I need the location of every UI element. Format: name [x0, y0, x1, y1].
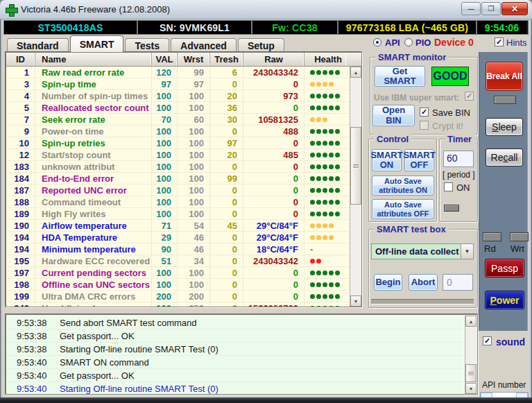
- maximize-button[interactable]: [481, 2, 501, 15]
- health-dot-icon: [329, 164, 334, 169]
- cell-wrst: 97: [178, 78, 210, 89]
- scroll-down-icon[interactable]: [465, 383, 477, 394]
- table-row[interactable]: 190Airflow temperature71544529°C/84°F: [6, 220, 361, 232]
- table-row[interactable]: 240Head flying hours10025301526680760: [6, 302, 361, 307]
- scroll-up-icon[interactable]: [465, 316, 477, 327]
- timer-on-checkbox[interactable]: [444, 182, 453, 191]
- cell-wrst: 100: [178, 267, 210, 278]
- table-row[interactable]: 198Offline scan UNC sectors10010000: [6, 279, 361, 291]
- column-header-health[interactable]: Health: [304, 53, 346, 66]
- table-row[interactable]: 5Reallocated sector count100100360: [6, 102, 361, 114]
- column-header-raw[interactable]: Raw: [243, 53, 304, 66]
- smart-monitor-title: SMART monitor: [375, 52, 449, 62]
- health-dot-icon: [323, 141, 327, 146]
- cell-id: 194: [6, 243, 35, 255]
- table-row[interactable]: 12Start/stop count10010020485: [6, 149, 361, 161]
- table-row[interactable]: 189High Fly writes10010000: [6, 208, 361, 220]
- api-radio[interactable]: [373, 38, 381, 46]
- smart-attributes-table: IDNameVALWrstTreshRawHealth 1Raw read er…: [6, 52, 362, 307]
- health-dots: [304, 232, 346, 243]
- health-dot-icon: [323, 94, 327, 98]
- scroll-up-icon[interactable]: [350, 67, 361, 78]
- close-button[interactable]: [501, 2, 528, 15]
- abort-button[interactable]: Abort: [409, 274, 438, 291]
- cell-raw: 0: [243, 102, 304, 113]
- health-dot-icon: [310, 200, 315, 205]
- health-dot-icon: [335, 306, 340, 307]
- health-dot-icon: [329, 306, 334, 307]
- log-entry-text: Starting Off-line routine SMART Test (0): [43, 344, 218, 354]
- table-row[interactable]: 183unknown attribut10010000: [6, 161, 361, 173]
- power-button[interactable]: Power: [485, 291, 524, 309]
- tab-smart[interactable]: SMART: [70, 35, 124, 52]
- chevron-down-icon[interactable]: [461, 244, 473, 259]
- table-row[interactable]: 4Number of spin-up times10010020973: [6, 90, 361, 102]
- column-header-id[interactable]: ID: [6, 53, 35, 66]
- log-entry-time: 9:53:40: [7, 384, 43, 394]
- table-row[interactable]: 9Power-on time1001000488: [6, 126, 361, 137]
- scroll-down-icon[interactable]: [350, 295, 361, 307]
- ibm-super-smart-checkbox: [465, 92, 474, 101]
- begin-button[interactable]: Begin: [374, 274, 402, 291]
- table-row[interactable]: 197Current pending sectors10010000: [6, 267, 361, 279]
- health-dot-icon: [329, 153, 334, 157]
- get-smart-button[interactable]: Get SMART: [375, 66, 425, 87]
- save-bin-label: Save BIN: [432, 108, 470, 118]
- autosave-off-button[interactable]: Auto Save attributes OFF: [372, 199, 434, 219]
- sound-checkbox[interactable]: [483, 336, 492, 345]
- table-row[interactable]: 195Hardware ECC recovered51340243043342: [6, 255, 361, 267]
- drive-info-bar: ST3500418ASSN: 9VMK69L1Fw: CC38976773168…: [3, 20, 529, 35]
- table-row[interactable]: 188Command timeout10010000: [6, 196, 361, 208]
- health-dot-icon: [323, 153, 327, 157]
- smart-on-button[interactable]: SMART ON: [372, 149, 402, 171]
- cell-raw: 488: [243, 126, 304, 137]
- column-header-name[interactable]: Name: [35, 53, 152, 66]
- table-row[interactable]: 3Spin-up time979700: [6, 78, 361, 90]
- cell-val: 70: [152, 114, 178, 125]
- health-dot-icon: [329, 212, 334, 216]
- table-row[interactable]: 7Seek error rate70603010581325: [6, 114, 361, 126]
- timer-period-input[interactable]: 60: [443, 151, 474, 167]
- cell-id: 240: [6, 302, 35, 307]
- column-header-tresh[interactable]: Tresh: [210, 53, 243, 66]
- table-row[interactable]: 194Minimum temperature9046018°C/64°F-: [6, 243, 361, 255]
- column-header-wrst[interactable]: Wrst: [178, 53, 210, 66]
- table-row[interactable]: 187Reported UNC error10010000: [6, 185, 361, 196]
- hints-checkbox[interactable]: [495, 37, 504, 46]
- device-label: Device 0: [434, 37, 474, 48]
- scrollbar-thumb[interactable]: [350, 127, 361, 205]
- cell-val: 100: [152, 267, 178, 278]
- minimize-button[interactable]: [461, 2, 481, 15]
- health-dot-icon: [323, 117, 327, 122]
- smart-off-button[interactable]: SMART OFF: [404, 149, 434, 171]
- health-dot-icon: [316, 235, 321, 240]
- table-row[interactable]: 10Spin-up retries100100970: [6, 137, 361, 149]
- cell-tresh: 0: [210, 267, 243, 278]
- log-entry: 9:53:40Starting Off-line routine SMART T…: [7, 382, 463, 395]
- pio-radio[interactable]: [404, 38, 413, 46]
- table-row[interactable]: 184End-to-End error100100990: [6, 173, 361, 185]
- table-row[interactable]: 194HDA Temperature2946029°C/84°F: [6, 232, 361, 243]
- open-bin-button[interactable]: Open BIN: [372, 105, 415, 126]
- health-dot-icon: [323, 282, 327, 287]
- pio-radio-label: PIO: [415, 37, 431, 48]
- log-scrollbar[interactable]: [465, 316, 477, 394]
- table-row[interactable]: 199Ultra DMA CRC errors20020000: [6, 291, 361, 302]
- column-header-val[interactable]: VAL: [152, 53, 178, 66]
- passport-button[interactable]: Passp: [485, 259, 524, 277]
- autosave-on-button[interactable]: Auto Save attributes ON: [372, 175, 434, 196]
- health-dots: [304, 267, 346, 278]
- test-type-dropdown[interactable]: Off-line data collect: [371, 243, 474, 259]
- save-bin-checkbox[interactable]: [420, 108, 429, 117]
- table-row[interactable]: 1Raw read error rate120996243043342: [6, 67, 361, 78]
- recall-button[interactable]: Recall: [486, 148, 523, 166]
- cell-id: 197: [6, 267, 35, 278]
- break-all-button[interactable]: Break All: [486, 62, 523, 91]
- sleep-button[interactable]: Sleep: [486, 118, 523, 136]
- table-scrollbar[interactable]: [350, 67, 361, 307]
- test-counter-field[interactable]: 0: [443, 274, 473, 291]
- log-panel: 9:53:38Send abort SMART test command9:53…: [6, 314, 478, 395]
- health-dot-icon: [335, 70, 340, 75]
- sound-checkbox-label: sound: [496, 336, 525, 348]
- scrollbar-thumb[interactable]: [465, 364, 477, 382]
